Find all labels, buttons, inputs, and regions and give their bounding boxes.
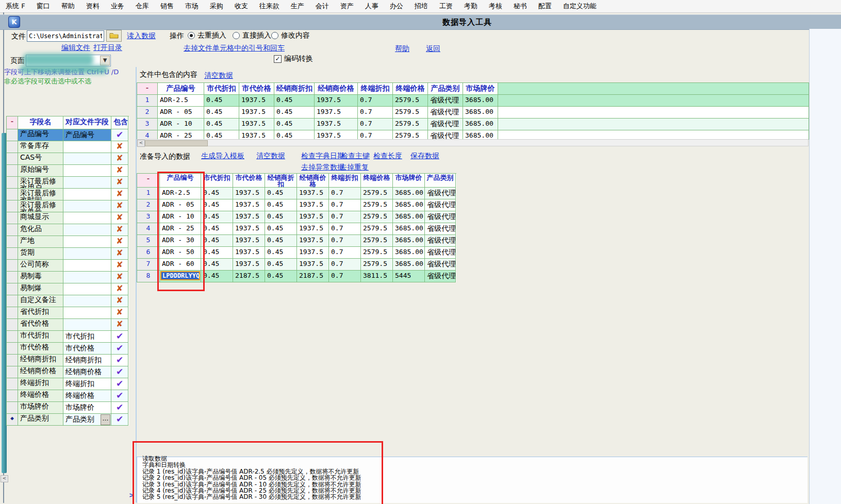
cell-value[interactable]: 2579.5 [393,130,428,140]
menu-item[interactable]: 资料 [80,1,105,12]
excluded-cross-icon[interactable]: ✘ [113,261,126,269]
cell-product-code[interactable]: ADR - 50 [160,247,201,259]
row-marker[interactable] [7,390,18,402]
mapped-field-cell[interactable] [63,165,111,177]
cell-value[interactable]: 0.45 [204,107,239,119]
cell-value[interactable]: 省级代理 [425,259,456,271]
row-marker[interactable] [7,343,18,355]
menu-item[interactable]: 收支 [229,1,254,12]
cell-product-code[interactable]: ADR-2.5 [158,95,204,107]
page-select[interactable]: ▼ [26,55,111,66]
field-name-cell[interactable]: 产地 [18,236,63,248]
row-number[interactable]: 5 [137,235,160,247]
row-marker[interactable] [7,212,18,224]
radio-direct-insert[interactable]: 直接插入 [233,31,271,40]
mapped-field-cell[interactable] [63,260,111,272]
row-marker[interactable] [7,355,18,366]
mapped-field-cell[interactable] [63,307,111,319]
mapped-field-cell[interactable] [63,319,111,331]
mapped-field-cell[interactable]: 市代价格 [63,343,111,355]
row-marker[interactable] [7,378,18,390]
column-header[interactable]: 终端折扣 [358,83,393,95]
menu-item[interactable]: 自定义功能 [557,1,602,12]
menu-item[interactable]: 生产 [285,1,310,12]
field-name-cell[interactable]: CAS号 [18,153,63,165]
included-check-icon[interactable]: ✔ [113,415,126,424]
cell-value[interactable]: 省级代理 [428,119,463,130]
mapped-field-cell[interactable] [63,153,111,165]
include-cell[interactable]: ✔ [111,402,128,414]
excluded-cross-icon[interactable]: ✘ [113,178,126,186]
row-number[interactable]: 1 [137,95,158,107]
row-marker[interactable] [7,141,18,153]
mapped-field-cell[interactable] [63,248,111,260]
radio-dedup-insert[interactable]: 去重插入 [188,31,226,40]
cell-value[interactable]: 省级代理 [425,271,456,282]
cell-product-code[interactable]: LPDDDRLYYQ [160,271,201,282]
cell-value[interactable]: 1937.5 [239,119,274,130]
cell-product-code[interactable]: ADR - 30 [160,235,201,247]
cell-value[interactable]: 3685.00 [463,130,498,140]
cell-value[interactable]: 0.7 [329,259,361,271]
cell-value[interactable]: 1937.5 [297,211,329,223]
cell-value[interactable]: 1937.5 [233,235,265,247]
field-name-cell[interactable]: 省代折扣 [18,307,63,319]
cell-value[interactable]: 2579.5 [361,247,393,259]
mapped-field-cell[interactable] [63,189,111,200]
menu-item[interactable]: 会计 [310,1,335,12]
clear-file-data-link[interactable]: 清空数据 [204,71,233,80]
field-name-cell[interactable]: 货期 [18,248,63,260]
menu-item[interactable]: 考勤 [458,1,483,12]
include-cell[interactable]: ✘ [111,295,128,307]
menu-item[interactable]: 采购 [204,1,229,12]
menu-item[interactable]: 配置 [533,1,557,12]
cell-value[interactable]: 0.45 [201,247,233,259]
cell-value[interactable]: 0.45 [201,188,233,199]
scroll-left-icon[interactable]: < [137,140,145,147]
strip-quotes-link[interactable]: 去掉文件单元格中的引号和回车 [184,44,285,53]
mapped-field-cell[interactable]: 经销商价格 [63,366,111,378]
menu-item[interactable]: 人事 [359,1,384,12]
editing-cell-selection[interactable]: LPDDDRLYYQ [160,271,200,280]
edit-file-link[interactable]: 编辑文件 [61,43,90,53]
field-name-cell[interactable]: 省代价格 [18,319,63,331]
cell-value[interactable]: 2579.5 [361,188,393,199]
column-header[interactable]: 产品编号 [158,83,204,95]
mapped-field-cell[interactable] [63,141,111,153]
cell-value[interactable]: 0.45 [201,271,233,282]
cell-value[interactable]: 3685.00 [393,211,425,223]
action-link[interactable]: 检查字典日期 [301,152,344,161]
encoding-checkbox[interactable]: ✓ 编码转换 [274,54,313,63]
field-name-cell[interactable]: 易制爆 [18,283,63,295]
cell-value[interactable]: 0.7 [329,188,361,199]
cell-value[interactable]: 1937.5 [297,235,329,247]
mapped-field-cell[interactable] [63,224,111,236]
mapped-field-cell[interactable] [63,212,111,224]
open-directory-link[interactable]: 打开目录 [93,43,122,53]
mapped-field-cell[interactable] [63,283,111,295]
excluded-cross-icon[interactable]: ✘ [113,190,126,198]
mapped-field-cell[interactable] [63,272,111,283]
menu-item[interactable]: 帮助 [56,1,80,12]
menu-item[interactable]: 资产 [335,1,359,12]
cell-value[interactable]: 3811.5 [361,271,393,282]
included-check-icon[interactable]: ✔ [113,403,126,412]
row-marker[interactable] [7,200,18,212]
mapped-field-cell[interactable]: 产品编号 [63,129,111,141]
column-header[interactable]: 市代折扣 [201,174,233,188]
cell-value[interactable]: 0.45 [201,223,233,235]
menu-item[interactable]: 仓库 [130,1,155,12]
menu-item[interactable]: 考核 [483,1,508,12]
action-link[interactable]: 保存数据 [410,152,439,161]
cell-value[interactable]: 0.7 [358,107,393,119]
cell-value[interactable]: 1937.5 [297,259,329,271]
column-header[interactable]: 市场牌价 [393,174,425,188]
cell-value[interactable]: 0.7 [329,199,361,211]
row-marker[interactable] [7,236,18,248]
column-header[interactable]: 产品类别 [428,83,463,95]
cell-value[interactable]: 1937.5 [239,95,274,107]
cell-value[interactable]: 0.45 [265,223,297,235]
column-header[interactable]: 终端价格 [393,83,428,95]
cell-value[interactable]: 0.45 [265,271,297,282]
column-header[interactable]: 产品编号 [160,174,201,188]
